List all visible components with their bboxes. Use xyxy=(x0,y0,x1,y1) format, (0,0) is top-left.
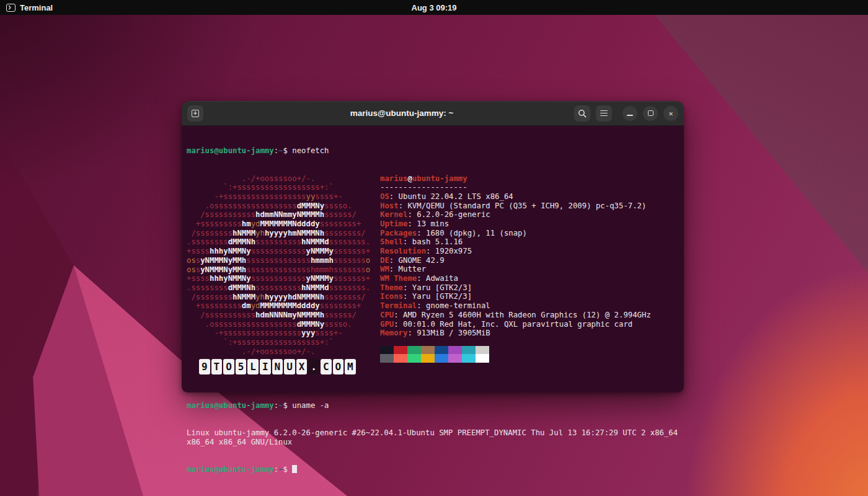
info-value: : 1920x975 xyxy=(426,247,472,255)
info-value: : KVM/QEMU (Standard PC (Q35 + ICH9, 200… xyxy=(399,202,647,210)
maximize-icon xyxy=(648,110,653,116)
ascii-art-line: +ssssssssshmydMMMMMMMNddddyssssssss+ xyxy=(187,219,370,229)
info-field-de: DE: GNOME 42.9 xyxy=(380,256,651,265)
top-bar: ❯ Terminal Aug 3 09:19 xyxy=(0,0,868,15)
info-field-resolution: Resolution: 1920x975 xyxy=(380,247,651,256)
ascii-art-line: -+sssssssssssssssssyyyssss+- xyxy=(187,329,370,338)
prompt-separator: : xyxy=(274,465,278,474)
ascii-art-line: +sssshhhyNMMNyssssssssssssyNMMMysssssss+ xyxy=(187,247,370,256)
info-value: : 13 mins xyxy=(407,219,449,228)
ascii-art-line: `:+ssssssssssssssssss+:` xyxy=(187,183,370,192)
palette-swatch xyxy=(435,354,448,363)
prompt-separator: : xyxy=(274,401,278,410)
palette-swatch xyxy=(435,346,448,355)
command-line-neofetch: marius@ubuntu-jammy:~$ neofetch xyxy=(187,146,679,156)
prompt-symbol: $ xyxy=(283,401,292,410)
info-value: : Mutter xyxy=(389,265,426,273)
prompt-user-host: marius@ubuntu-jammy xyxy=(187,401,274,410)
info-value: : Yaru [GTK2/3] xyxy=(403,292,472,301)
titlebar-controls: ✕ xyxy=(574,105,678,122)
palette-swatch xyxy=(421,354,435,363)
palette-swatch xyxy=(380,354,394,363)
close-button[interactable]: ✕ xyxy=(663,106,678,121)
close-icon: ✕ xyxy=(668,110,673,117)
info-label: Uptime xyxy=(380,219,407,228)
ascii-art-line: /sssssssshNMMMyhhyyyyhdNMMMNhssssssss/ xyxy=(187,293,370,302)
info-value: : Adwaita xyxy=(417,274,458,283)
palette-swatch xyxy=(448,346,462,355)
new-tab-button[interactable] xyxy=(187,105,203,122)
info-label: Terminal xyxy=(380,301,417,310)
typed-command: uname -a xyxy=(292,401,329,410)
info-field-gpu: GPU: 00:01.0 Red Hat, Inc. QXL paravirtu… xyxy=(380,320,651,329)
info-value: : 1680 (dpkg), 11 (snap) xyxy=(417,229,527,237)
info-value: : AMD Ryzen 5 4600H with Radeon Graphics… xyxy=(394,311,651,319)
watermark-tile: 9 xyxy=(199,359,210,374)
watermark-tile: O xyxy=(333,359,344,374)
info-field-packages: Packages: 1680 (dpkg), 11 (snap) xyxy=(380,229,651,238)
info-field-shell: Shell: bash 5.1.16 xyxy=(380,237,651,247)
info-label: Icons xyxy=(380,292,403,301)
info-label: CPU xyxy=(380,311,394,319)
ascii-art-line: .-/+oossssoo+/-. xyxy=(187,347,370,356)
watermark-tile: L xyxy=(247,359,259,374)
minimize-button[interactable] xyxy=(622,106,637,121)
prompt-symbol: $ xyxy=(283,465,292,474)
info-label: Shell xyxy=(380,237,403,246)
text-cursor xyxy=(292,465,296,473)
shell-prompt-current: marius@ubuntu-jammy:~$ xyxy=(187,465,679,474)
info-label: GPU xyxy=(380,320,394,329)
info-value: : Ubuntu 22.04.2 LTS x86_64 xyxy=(389,192,513,201)
watermark-tile: O xyxy=(223,359,234,374)
info-field-wm-theme: WM Theme: Adwaita xyxy=(380,274,651,283)
info-field-cpu: CPU: AMD Ryzen 5 4600H with Radeon Graph… xyxy=(380,311,651,320)
ascii-art-line: .ssssssssdMMMNhsssssssssshNMMMdssssssss. xyxy=(187,283,370,293)
neofetch-output: .-/+oossssoo+/-. `:+ssssssssssssssssss+:… xyxy=(187,174,679,383)
info-label: Theme xyxy=(380,283,403,292)
watermark-tile: T xyxy=(211,359,223,374)
watermark-tile: U xyxy=(284,359,295,374)
watermark-tile: I xyxy=(260,359,271,374)
typed-command: neofetch xyxy=(292,146,329,155)
uname-output: Linux ubuntu-jammy 6.2.0-26-generic #26~… xyxy=(187,428,679,446)
menu-button[interactable] xyxy=(596,105,612,122)
ascii-art-line: .ssssssssdMMMNhsssssssssshNMMMdssssssss. xyxy=(187,237,370,247)
neofetch-title-at: @ xyxy=(407,174,412,183)
info-label: Kernel xyxy=(380,210,407,219)
watermark-9to5linux: 9TO5LINUX.COM xyxy=(199,359,356,374)
terminal-window: marius@ubuntu-jammy: ~ xyxy=(182,101,684,392)
titlebar[interactable]: marius@ubuntu-jammy: ~ xyxy=(182,101,684,126)
ascii-art-line: /ssssssssssshdmmNNmmyNMMMMhssssss/ xyxy=(187,210,370,219)
clock[interactable]: Aug 3 09:19 xyxy=(0,3,868,12)
watermark-tile: X xyxy=(296,359,308,374)
palette-row-normal xyxy=(380,346,651,355)
terminal-body[interactable]: marius@ubuntu-jammy:~$ neofetch .-/+ooss… xyxy=(182,126,684,392)
watermark-tile: . xyxy=(308,359,319,374)
info-label: WM xyxy=(380,265,389,273)
search-button[interactable] xyxy=(574,105,590,122)
info-label: WM Theme xyxy=(380,274,417,283)
prompt-symbol: $ xyxy=(283,146,292,155)
ascii-art-line: .-/+oossssoo+/-. xyxy=(187,174,370,184)
palette-swatch xyxy=(462,346,476,355)
info-field-terminal: Terminal: gnome-terminal xyxy=(380,301,651,311)
desktop: ❯ Terminal Aug 3 09:19 marius@ubuntu-jam… xyxy=(0,0,868,496)
neofetch-ascii-logo: .-/+oossssoo+/-. `:+ssssssssssssssssss+:… xyxy=(187,174,370,356)
palette-swatch xyxy=(448,354,462,363)
info-field-icons: Icons: Yaru [GTK2/3] xyxy=(380,292,651,301)
info-value: : gnome-terminal xyxy=(417,301,490,310)
neofetch-title: marius@ubuntu-jammy xyxy=(380,174,651,184)
ascii-art-line: -+ssssssssssssssssssyyssss+- xyxy=(187,192,370,202)
info-field-host: Host: KVM/QEMU (Standard PC (Q35 + ICH9,… xyxy=(380,202,651,211)
info-field-os: OS: Ubuntu 22.04.2 LTS x86_64 xyxy=(380,192,651,202)
window-title: marius@ubuntu-jammy: ~ xyxy=(244,108,560,118)
info-label: DE xyxy=(380,256,389,265)
ascii-art-line: /ssssssssssshdmNNNNmyNMMMMhssssss/ xyxy=(187,311,370,320)
info-label: Memory xyxy=(380,329,407,337)
maximize-button[interactable] xyxy=(643,106,658,121)
info-field-uptime: Uptime: 13 mins xyxy=(380,219,651,229)
info-field-theme: Theme: Yaru [GTK2/3] xyxy=(380,283,651,293)
ascii-art-line: ossyNMMMNyMMhsssssssssssssshmmmhssssssso xyxy=(187,256,370,265)
prompt-separator: : xyxy=(274,146,278,155)
info-value: : Yaru [GTK2/3] xyxy=(403,283,472,292)
